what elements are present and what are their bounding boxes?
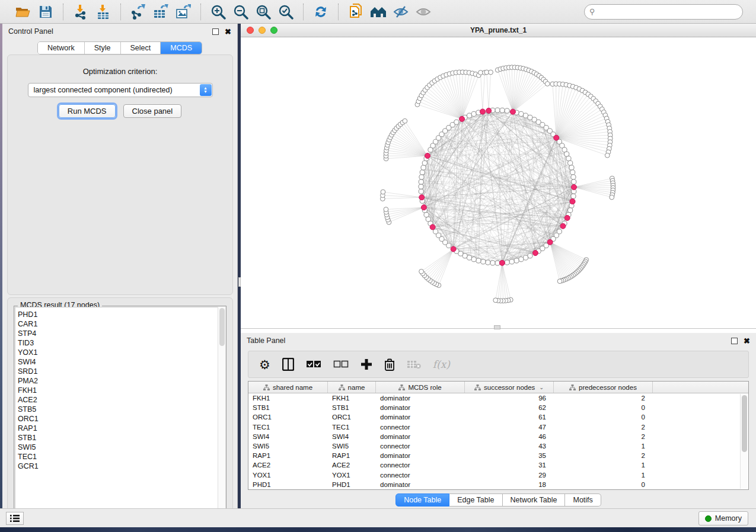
first-neighbors-icon[interactable] xyxy=(369,3,387,21)
tab-motifs[interactable]: Motifs xyxy=(565,493,601,507)
result-node[interactable]: SRD1 xyxy=(18,367,225,376)
network-search: ⚲ xyxy=(584,4,743,20)
export-image-icon[interactable] xyxy=(174,3,192,21)
table-row[interactable]: PHD1PHD1dominator180 xyxy=(248,480,748,489)
export-table-icon[interactable] xyxy=(152,3,170,21)
result-node[interactable]: STB1 xyxy=(18,433,225,443)
network-window-titlebar[interactable]: YPA_prune.txt_1 xyxy=(241,24,756,37)
hide-selected-icon[interactable] xyxy=(392,3,410,21)
close-table-panel-icon[interactable]: ✖ xyxy=(744,337,750,345)
control-panel-tabs: NetworkStyleSelectMCDS xyxy=(37,41,202,55)
network-canvas[interactable] xyxy=(241,37,756,329)
show-columns-icon[interactable] xyxy=(282,355,294,373)
float-panel-icon[interactable] xyxy=(212,28,219,35)
tab-network[interactable]: Network xyxy=(38,42,85,54)
table-row[interactable]: TEC1TEC1connector472 xyxy=(248,422,748,432)
tab-mcds[interactable]: MCDS xyxy=(161,42,202,54)
delete-columns-icon[interactable] xyxy=(384,355,395,373)
split-divider-handle[interactable] xyxy=(238,277,241,287)
select-stepper-icon: ▲▼ xyxy=(200,84,212,96)
import-network-icon[interactable] xyxy=(72,3,90,21)
control-panel: Control Panel ✖ NetworkStyleSelectMCDS O… xyxy=(2,24,238,508)
table-row[interactable]: YOX1YOX1connector291 xyxy=(248,470,748,480)
open-session-icon[interactable] xyxy=(14,3,32,21)
search-input[interactable] xyxy=(584,4,743,20)
result-node[interactable]: PHD1 xyxy=(18,310,225,319)
result-node[interactable]: TID3 xyxy=(18,338,225,348)
tab-node-table[interactable]: Node Table xyxy=(395,493,449,507)
tab-style[interactable]: Style xyxy=(85,42,121,54)
table-row[interactable]: SWI4SWI4dominator462 xyxy=(248,432,748,441)
save-session-icon[interactable] xyxy=(37,3,55,21)
column-header-shared-name[interactable]: shared name xyxy=(248,382,328,393)
function-builder-icon: f(x) xyxy=(433,355,450,373)
tab-network-table[interactable]: Network Table xyxy=(503,493,566,507)
result-node[interactable]: CAR1 xyxy=(18,319,225,329)
table-scrollbar[interactable] xyxy=(740,394,748,489)
result-node[interactable]: STB5 xyxy=(18,405,225,414)
result-node[interactable]: YOX1 xyxy=(18,348,225,357)
table-panel-title: Table Panel xyxy=(247,336,285,345)
mcds-tab-content: Optimization criterion: largest connecte… xyxy=(7,55,233,295)
result-node[interactable]: SWI4 xyxy=(18,357,225,367)
memory-button[interactable]: Memory xyxy=(698,511,748,525)
table-row[interactable]: ORC1ORC1dominator610 xyxy=(248,412,748,422)
table-row[interactable]: STB1STB1dominator620 xyxy=(248,403,748,412)
status-bar: Memory xyxy=(0,508,756,527)
desktop-wallpaper-bottom xyxy=(0,527,756,532)
result-node[interactable]: PMA2 xyxy=(18,376,225,386)
result-node[interactable]: FKH1 xyxy=(18,386,225,395)
import-table-icon[interactable] xyxy=(94,3,112,21)
memory-label: Memory xyxy=(715,514,742,523)
result-node[interactable]: ORC1 xyxy=(18,414,225,424)
select-all-rows-icon[interactable] xyxy=(306,355,321,373)
float-table-panel-icon[interactable] xyxy=(731,338,738,344)
result-node[interactable]: TEC1 xyxy=(18,452,225,462)
optimization-criterion-value: largest connected component (undirected) xyxy=(34,86,173,94)
table-settings-icon[interactable]: ⚙ xyxy=(259,355,270,373)
table-row[interactable]: ACE2ACE2connector311 xyxy=(248,460,748,470)
node-table: shared namenameMCDS rolesuccessor nodes⌄… xyxy=(248,381,749,490)
table-row[interactable]: FKH1FKH1dominator962 xyxy=(248,393,748,403)
result-list-scrollbar[interactable] xyxy=(218,307,225,523)
column-header-successor-nodes[interactable]: successor nodes⌄ xyxy=(465,382,554,393)
column-header-MCDS-role[interactable]: MCDS role xyxy=(376,382,465,393)
tab-edge-table[interactable]: Edge Table xyxy=(449,493,502,507)
result-node[interactable]: GCR1 xyxy=(18,462,225,471)
optimization-criterion-select[interactable]: largest connected component (undirected)… xyxy=(28,83,213,97)
duplicate-network-icon[interactable] xyxy=(347,3,365,21)
run-mcds-button[interactable]: Run MCDS xyxy=(59,104,116,118)
zoom-in-icon[interactable] xyxy=(209,3,227,21)
network-window-title: YPA_prune.txt_1 xyxy=(241,26,756,34)
close-panel-icon[interactable]: ✖ xyxy=(225,28,231,36)
table-panel-tabs: Node TableEdge TableNetwork TableMotifs xyxy=(241,493,756,507)
result-node[interactable]: ACE2 xyxy=(18,395,225,405)
split-divider-handle-bottom[interactable] xyxy=(494,325,500,329)
result-node[interactable]: RAP1 xyxy=(18,424,225,433)
zoom-fit-icon[interactable] xyxy=(254,3,272,21)
network-graph[interactable] xyxy=(241,37,756,329)
table-row[interactable]: RAP1RAP1dominator352 xyxy=(248,451,748,460)
create-column-icon[interactable] xyxy=(361,355,372,373)
delete-table-icon xyxy=(407,355,421,373)
memory-status-icon xyxy=(705,515,712,522)
column-header-name[interactable]: name xyxy=(328,382,376,393)
export-network-icon[interactable] xyxy=(129,3,147,21)
result-node[interactable]: SWI5 xyxy=(18,443,225,452)
optimization-criterion-label: Optimization criterion: xyxy=(8,67,232,76)
table-row[interactable]: SWI5SWI5connector431 xyxy=(248,441,748,451)
column-header-predecessor-nodes[interactable]: predecessor nodes xyxy=(554,382,653,393)
mcds-result-list[interactable]: PHD1CAR1STP4TID3YOX1SWI4SRD1PMA2FKH1ACE2… xyxy=(15,307,225,523)
tab-select[interactable]: Select xyxy=(121,42,161,54)
mcds-result-section: MCDS result (17 nodes) PHD1CAR1STP4TID3Y… xyxy=(7,297,233,526)
close-panel-button[interactable]: Close panel xyxy=(123,104,182,118)
table-panel: Table Panel ✖ ⚙ f(x) shared namenameMCDS… xyxy=(241,333,756,508)
result-node[interactable]: STP4 xyxy=(18,329,225,338)
deselect-all-rows-icon[interactable] xyxy=(333,355,349,373)
zoom-selected-icon[interactable] xyxy=(277,3,295,21)
table-toolbar: ⚙ f(x) xyxy=(248,351,749,378)
show-panel-list-button[interactable] xyxy=(6,512,24,525)
zoom-out-icon[interactable] xyxy=(232,3,250,21)
control-panel-title: Control Panel xyxy=(8,27,53,36)
apply-layout-icon[interactable] xyxy=(312,3,330,21)
